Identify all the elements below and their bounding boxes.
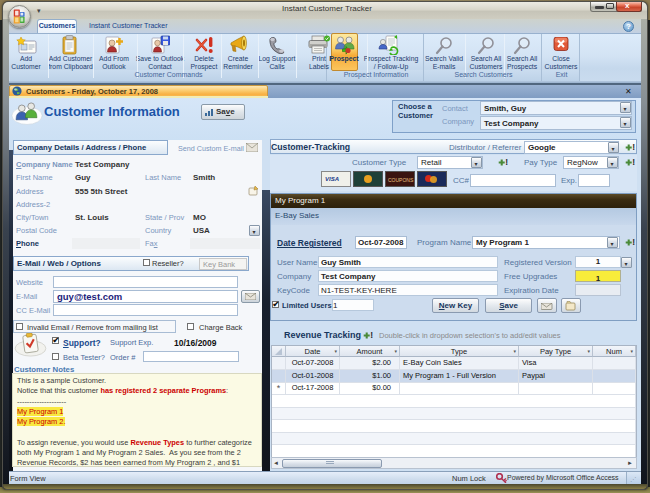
svg-text:!: ! — [505, 157, 508, 167]
svg-text:!: ! — [632, 237, 635, 247]
svg-text:!: ! — [632, 157, 635, 167]
svg-text:!: ! — [632, 142, 635, 152]
svg-text:!: ! — [370, 330, 373, 340]
